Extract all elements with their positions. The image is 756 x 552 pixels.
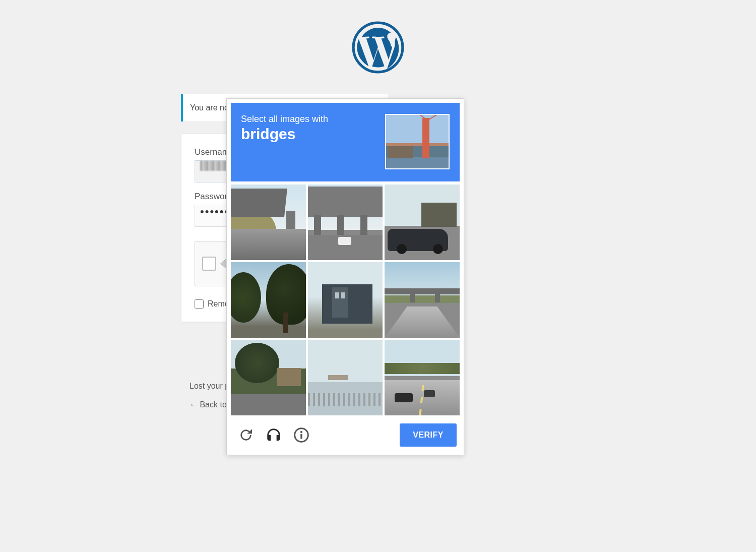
recaptcha-target: bridges xyxy=(241,126,328,143)
recaptcha-tile-3[interactable] xyxy=(385,185,460,260)
recaptcha-tile-1[interactable] xyxy=(231,185,306,260)
recaptcha-tile-6[interactable] xyxy=(385,262,460,338)
wordpress-logo-icon xyxy=(352,21,404,74)
recaptcha-tile-8[interactable] xyxy=(308,340,383,415)
recaptcha-tile-5[interactable] xyxy=(308,262,383,338)
recaptcha-challenge-popup: Select all images with bridges xyxy=(226,98,464,455)
recaptcha-tile-7[interactable] xyxy=(231,340,306,415)
svg-point-2 xyxy=(300,431,302,433)
remember-me-checkbox[interactable] xyxy=(195,299,204,309)
verify-button[interactable]: VERIFY xyxy=(400,423,457,447)
svg-rect-3 xyxy=(300,434,302,439)
recaptcha-tile-9[interactable] xyxy=(385,340,460,415)
recaptcha-tile-4[interactable] xyxy=(231,262,306,338)
recaptcha-checkbox[interactable] xyxy=(202,257,216,271)
reload-icon[interactable] xyxy=(238,427,254,443)
recaptcha-tile-2[interactable] xyxy=(308,185,383,260)
info-icon[interactable] xyxy=(293,427,309,443)
recaptcha-footer: VERIFY xyxy=(231,415,460,451)
password-value: •••••• xyxy=(200,205,229,218)
wordpress-logo xyxy=(352,21,404,76)
recaptcha-image-grid xyxy=(231,185,460,415)
recaptcha-instruction: Select all images with xyxy=(241,114,328,124)
recaptcha-header: Select all images with bridges xyxy=(231,103,460,181)
audio-icon[interactable] xyxy=(265,426,282,444)
recaptcha-example-image xyxy=(385,114,450,169)
